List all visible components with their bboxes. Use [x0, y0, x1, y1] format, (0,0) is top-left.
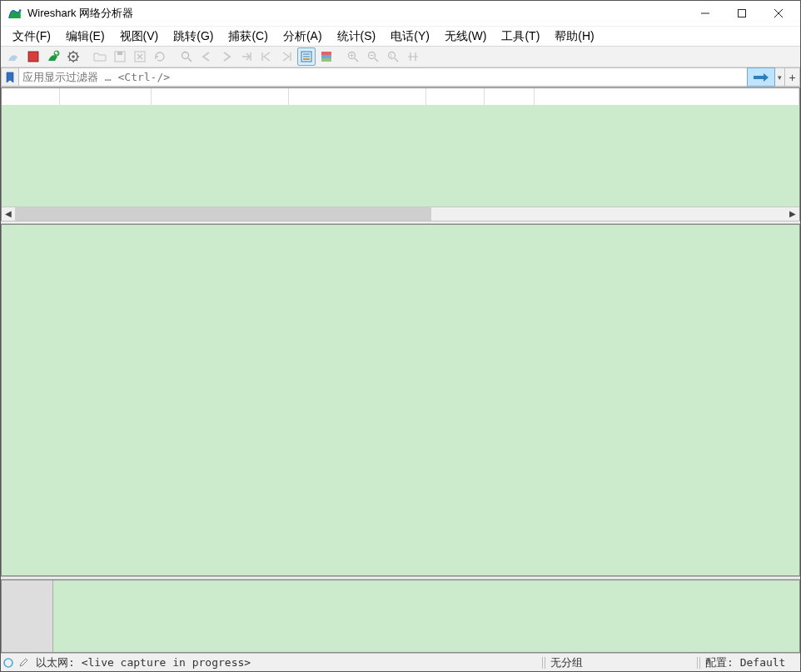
menu-file[interactable]: 文件(F) [6, 27, 57, 46]
save-icon [113, 50, 127, 63]
filter-add-expression-button[interactable]: + [785, 67, 800, 87]
menu-edit[interactable]: 编辑(E) [59, 27, 112, 46]
packet-bytes-pane[interactable] [1, 580, 800, 653]
svg-point-46 [4, 659, 12, 667]
go-to-packet-button[interactable] [237, 47, 256, 66]
column-header[interactable] [152, 88, 289, 105]
save-file-button[interactable] [111, 47, 129, 66]
filter-apply-button[interactable] [747, 67, 775, 87]
stop-capture-button[interactable] [24, 47, 42, 66]
go-first-button[interactable] [257, 47, 276, 66]
menu-view[interactable]: 视图(V) [113, 27, 166, 46]
svg-rect-1 [739, 10, 746, 17]
close-file-button[interactable] [131, 47, 149, 66]
status-profile-text[interactable]: 配置: Default [700, 655, 800, 670]
pencil-icon [18, 658, 28, 668]
go-previous-button[interactable] [197, 47, 216, 66]
go-first-icon [260, 50, 273, 63]
maximize-button[interactable] [724, 2, 760, 25]
go-to-icon [240, 50, 253, 63]
zoom-reset-icon: 1 [386, 50, 400, 63]
display-filter-input[interactable] [19, 67, 747, 87]
column-header[interactable] [535, 88, 799, 105]
expert-info-button[interactable] [1, 658, 16, 668]
go-last-button[interactable] [277, 47, 296, 66]
svg-line-38 [375, 58, 378, 62]
menu-go[interactable]: 跳转(G) [167, 27, 220, 46]
resize-columns-button[interactable] [404, 47, 422, 66]
packet-list-headers[interactable] [2, 88, 799, 105]
svg-line-15 [77, 52, 78, 54]
scroll-thumb[interactable] [15, 207, 431, 221]
start-capture-button[interactable] [4, 47, 22, 66]
packet-details-pane[interactable] [1, 224, 800, 576]
column-header[interactable] [426, 88, 485, 105]
status-packets-text: 无分组 [545, 655, 695, 670]
folder-open-icon [93, 50, 107, 63]
svg-line-13 [77, 60, 78, 62]
search-icon [180, 50, 193, 63]
filter-history-dropdown[interactable]: ▾ [775, 67, 785, 87]
menu-help[interactable]: 帮助(H) [548, 27, 600, 46]
titlebar: Wireshark 网络分析器 [1, 1, 800, 26]
zoom-in-button[interactable] [344, 47, 362, 66]
window-title: Wireshark 网络分析器 [27, 6, 133, 21]
reload-button[interactable] [151, 47, 169, 66]
gear-icon [67, 50, 80, 63]
filter-bookmark-button[interactable] [1, 67, 19, 87]
svg-rect-31 [321, 55, 331, 58]
zoom-reset-button[interactable]: 1 [384, 47, 402, 66]
bytes-hex-area[interactable] [53, 580, 799, 652]
circle-info-icon [3, 658, 13, 668]
close-file-icon [133, 50, 147, 63]
go-next-button[interactable] [217, 47, 236, 66]
statusbar: 以太网: <live capture in progress> 无分组 配置: … [1, 653, 800, 671]
restart-icon [47, 50, 60, 63]
colorize-icon [320, 50, 333, 63]
status-capture-text: 以太网: <live capture in progress> [31, 655, 256, 670]
svg-line-22 [188, 58, 192, 62]
capture-file-comment-button[interactable] [16, 658, 31, 668]
packet-list-pane[interactable]: ◀ ▶ [1, 87, 800, 221]
svg-line-34 [355, 58, 358, 62]
restart-capture-button[interactable] [44, 47, 62, 66]
menu-capture[interactable]: 捕获(C) [221, 27, 274, 46]
content-area: ◀ ▶ [1, 87, 800, 653]
arrow-left-icon [200, 50, 213, 63]
close-button[interactable] [760, 2, 797, 25]
display-filter-bar: ▾ + [1, 67, 800, 87]
menu-statistics[interactable]: 统计(S) [331, 27, 383, 46]
capture-options-button[interactable] [64, 47, 82, 66]
auto-scroll-button[interactable] [297, 47, 316, 66]
packet-list-body[interactable] [2, 105, 799, 207]
open-file-button[interactable] [91, 47, 109, 66]
minimize-button[interactable] [687, 2, 724, 25]
svg-rect-30 [321, 52, 331, 55]
menu-analyze[interactable]: 分析(A) [276, 27, 329, 46]
menu-tools[interactable]: 工具(T) [495, 27, 546, 46]
toolbar: 1 [1, 46, 800, 67]
zoom-out-button[interactable] [364, 47, 382, 66]
stop-icon [27, 50, 40, 63]
colorize-button[interactable] [317, 47, 336, 66]
column-header[interactable] [2, 88, 60, 105]
packet-list-hscrollbar[interactable]: ◀ ▶ [2, 207, 799, 220]
scroll-left-button[interactable]: ◀ [2, 207, 15, 221]
column-header[interactable] [485, 88, 535, 105]
zoom-in-icon [346, 50, 360, 63]
svg-rect-32 [321, 58, 331, 62]
column-header[interactable] [289, 88, 426, 105]
menu-wireless[interactable]: 无线(W) [438, 27, 494, 46]
find-packet-button[interactable] [177, 47, 196, 66]
scroll-track[interactable] [15, 207, 786, 221]
scroll-right-button[interactable]: ▶ [786, 207, 799, 221]
column-header[interactable] [60, 88, 152, 105]
svg-line-41 [395, 58, 398, 62]
svg-point-21 [182, 52, 189, 59]
svg-line-12 [69, 52, 71, 54]
auto-scroll-icon [300, 50, 313, 63]
wireshark-app-icon [7, 6, 22, 21]
arrow-right-apply-icon [753, 72, 769, 82]
menu-telephony[interactable]: 电话(Y) [384, 27, 436, 46]
svg-rect-4 [28, 52, 38, 62]
